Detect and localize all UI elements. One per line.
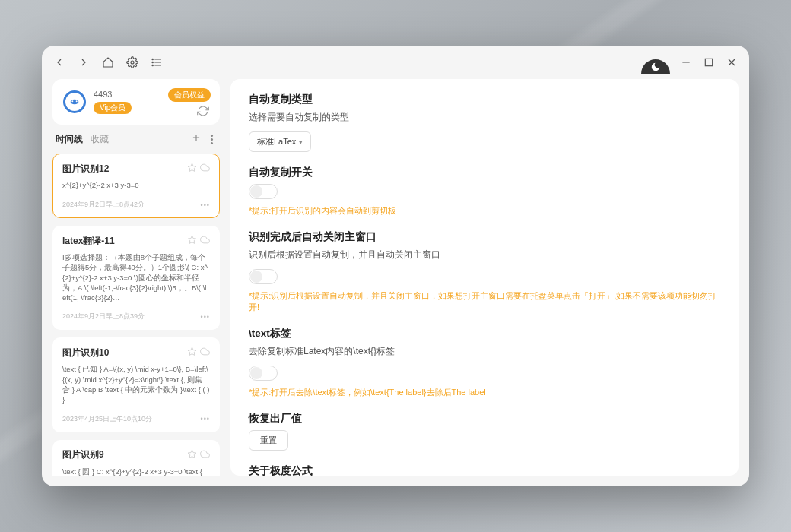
profile-name: 4493 [94,90,132,99]
svg-point-13 [76,100,78,102]
history-item-date: 2024年9月2日早上8点39分 [62,312,145,321]
history-item-title: 图片识别12 [62,163,109,176]
history-item-title: 图片识别10 [62,347,109,359]
svg-point-0 [131,61,134,64]
history-item-date: 2024年9月2日早上8点42分 [62,200,145,210]
history-item-body: x^{2}+y^{2}-2 x+3 y-3=0 [62,180,210,191]
history-item-title: latex翻译-11 [62,235,115,248]
close-icon[interactable] [725,55,739,69]
vip-badge: Vip会员 [94,102,132,114]
section-title: 恢复出厂值 [249,412,720,426]
history-item[interactable]: latex翻译-11 I多项选择题：（本题由8个子题组成，每个子题得5分，最高得… [52,226,220,330]
section-title: 自动复制类型 [249,93,720,106]
history-list: 图片识别12 x^{2}+y^{2}-2 x+3 y-3=0 2024年9月2日… [52,154,220,476]
card-more-icon[interactable]: ••• [201,313,210,321]
card-more-icon[interactable]: ••• [201,201,210,209]
dark-mode-icon[interactable] [641,59,670,74]
history-item-body: I多项选择题：（本题由8个子题组成，每个子题得5分，最高得40分。）1个圆形\(… [62,252,210,302]
cloud-icon[interactable] [200,162,210,176]
minimize-icon[interactable] [679,55,693,69]
svg-point-12 [71,100,73,102]
history-item-date: 2023年4月25日上午10点10分 [62,414,152,424]
section-title: 自动复制开关 [249,166,720,179]
reset-button[interactable]: 重置 [249,430,288,451]
add-icon[interactable] [191,132,202,146]
svg-marker-17 [188,236,196,243]
tab-timeline[interactable]: 时间线 [56,133,83,146]
svg-marker-16 [188,163,196,171]
card-more-icon[interactable]: ••• [201,415,210,423]
avatar [63,90,86,113]
tip-text: *提示:识别后根据设置自动复制，并且关闭主窗口，如果想打开主窗口需要在托盘菜单点… [249,290,720,313]
svg-marker-19 [188,450,196,458]
history-item[interactable]: 图片识别12 x^{2}+y^{2}-2 x+3 y-3=0 2024年9月2日… [52,154,220,218]
history-item-body: \text { 已知 } A=\{(x, y) \mid x-y+1=0\}, … [62,364,210,404]
section-desc: 去除复制标准Latex内容的\text{}标签 [249,345,720,358]
back-icon[interactable] [52,55,66,69]
tip-text: *提示:打开后识别的内容会自动到剪切板 [249,205,720,217]
svg-marker-18 [188,348,196,356]
auto-close-toggle[interactable] [249,269,278,284]
maximize-icon[interactable] [702,55,716,69]
star-icon[interactable] [187,448,197,462]
member-button[interactable]: 会员权益 [168,88,211,102]
history-item[interactable]: 图片识别10 \text { 已知 } A=\{(x, y) \mid x-y+… [52,337,220,432]
svg-point-4 [152,59,153,59]
cloud-icon[interactable] [200,448,210,462]
cloud-icon[interactable] [200,234,210,248]
forward-icon[interactable] [77,55,91,69]
titlebar [42,46,749,79]
refresh-icon[interactable] [197,105,209,117]
star-icon[interactable] [187,162,197,176]
settings-icon[interactable] [125,55,139,69]
star-icon[interactable] [187,234,197,248]
cloud-icon[interactable] [200,346,210,359]
section-title: \text标签 [249,327,720,340]
star-icon[interactable] [187,346,197,359]
home-icon[interactable] [101,55,115,69]
section-title: 识别完成后自动关闭主窗口 [249,230,720,244]
copy-type-dropdown[interactable]: 标准LaTex [249,131,311,152]
history-item[interactable]: 图片识别9 \text { 圆 } C: x^{2}+y^{2}-2 x+3 y… [52,440,220,476]
svg-point-5 [152,62,153,62]
text-tag-toggle[interactable] [249,366,278,381]
section-title: 关于极度公式 [249,464,720,476]
profile-card: 4493 Vip会员 会员权益 [52,79,220,125]
section-desc: 识别后根据设置自动复制，并且自动关闭主窗口 [249,249,720,261]
sidebar-tabs: 时间线 收藏 [52,132,220,146]
svg-point-11 [71,100,79,105]
svg-rect-8 [705,59,712,65]
settings-panel: 自动复制类型 选择需要自动复制的类型 标准LaTex 自动复制开关 *提示:打开… [230,79,739,476]
history-item-title: 图片识别9 [62,448,104,461]
more-icon[interactable] [206,132,217,146]
app-window: 4493 Vip会员 会员权益 时间线 收藏 图片识别12 [42,46,749,486]
svg-point-6 [152,65,153,65]
list-icon[interactable] [150,55,164,69]
section-desc: 选择需要自动复制的类型 [249,111,720,124]
tab-favorites[interactable]: 收藏 [91,133,109,146]
copy-switch-toggle[interactable] [249,184,278,199]
sidebar: 4493 Vip会员 会员权益 时间线 收藏 图片识别12 [52,79,220,476]
tip-text: *提示:打开后去除\text标签，例如\text{The label}去除后Th… [249,387,720,398]
history-item-body: \text { 圆 } C: x^{2}+y^{2}-2 x+3 y-3=0 \… [62,467,210,476]
